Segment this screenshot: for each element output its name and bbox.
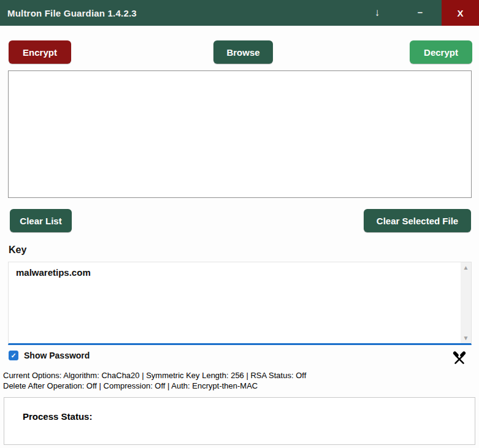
minimize-button[interactable]: – <box>399 0 442 26</box>
arrow-down-button[interactable]: ↓ <box>356 0 399 26</box>
key-label: Key <box>9 245 26 256</box>
close-icon: X <box>457 8 463 18</box>
show-password-checkbox[interactable]: ✓ <box>9 351 18 360</box>
file-list-box[interactable] <box>8 70 472 198</box>
key-input-box[interactable]: malwaretips.com ▲ ▼ <box>8 262 472 345</box>
minimize-icon: – <box>418 7 423 17</box>
key-input[interactable]: malwaretips.com <box>9 262 456 336</box>
clear-list-button[interactable]: Clear List <box>10 209 72 232</box>
close-button[interactable]: X <box>442 0 479 26</box>
current-options-summary: Current Options: Algorithm: ChaCha20 | S… <box>3 371 306 391</box>
crossed-hammers-icon <box>451 351 467 369</box>
show-password-label: Show Password <box>24 351 90 360</box>
show-password-row: ✓ Show Password <box>9 351 90 360</box>
options-button[interactable] <box>450 351 469 369</box>
titlebar: Multron File Guardian 1.4.2.3 ↓ – X <box>0 0 479 26</box>
browse-button[interactable]: Browse <box>213 40 273 64</box>
options-line-1: Current Options: Algorithm: ChaCha20 | S… <box>3 371 306 381</box>
arrow-down-icon: ↓ <box>375 7 380 19</box>
process-status-label: Process Status: <box>23 411 92 422</box>
decrypt-button[interactable]: Decrypt <box>410 40 472 64</box>
options-line-2: Delete After Operation: Off | Compressio… <box>3 381 306 392</box>
encrypt-button[interactable]: Encrypt <box>9 40 71 64</box>
window-title: Multron File Guardian 1.4.2.3 <box>0 8 137 18</box>
scroll-down-icon[interactable]: ▼ <box>461 333 471 343</box>
scroll-up-icon[interactable]: ▲ <box>461 262 471 273</box>
clear-selected-file-button[interactable]: Clear Selected File <box>364 209 471 232</box>
process-status-box: Process Status: <box>4 397 475 445</box>
key-scrollbar[interactable]: ▲ ▼ <box>461 262 471 343</box>
check-icon: ✓ <box>10 352 16 359</box>
window-controls: ↓ – X <box>356 0 479 26</box>
